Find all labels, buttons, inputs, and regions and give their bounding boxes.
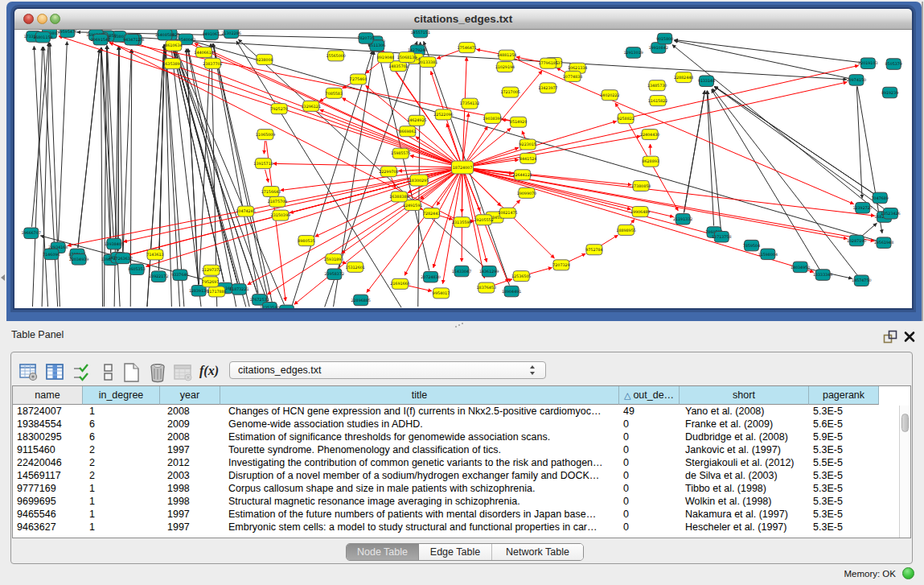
graph-node[interactable]: 8628893 (642, 156, 659, 167)
graph-node[interactable]: 7275460 (350, 74, 367, 84)
graph-node[interactable]: 15931893 (324, 253, 343, 264)
cell-name[interactable]: 18724007 (13, 406, 83, 418)
scrollbar-thumb[interactable] (901, 414, 909, 432)
function-builder-icon[interactable]: f(x) (199, 364, 219, 378)
cell-in_degree[interactable]: 2 (83, 457, 160, 470)
cell-in_degree[interactable]: 1 (83, 509, 160, 521)
cell-short[interactable]: Jankovic et al. (1997) (680, 444, 809, 457)
cell-short[interactable]: Nakamura et al. (1997) (680, 509, 809, 521)
graph-node[interactable]: 7047689 (872, 192, 889, 204)
float-panel-icon[interactable] (883, 330, 897, 344)
cell-year[interactable]: 1997 (160, 509, 220, 521)
graph-node[interactable]: 10774838 (563, 71, 582, 81)
graph-node[interactable]: 22019103 (858, 58, 877, 69)
table-row[interactable]: 1830029562008Estimation of significance … (13, 431, 879, 444)
cell-year[interactable]: 2003 (160, 470, 220, 483)
cell-name[interactable]: 9699695 (13, 496, 83, 509)
cell-out[interactable]: 0 (619, 470, 680, 483)
graph-node[interactable]: 14881254 (497, 50, 516, 60)
graph-node[interactable]: 20691541 (91, 34, 110, 45)
graph-node[interactable]: 8605353 (128, 264, 145, 275)
cell-year[interactable]: 2008 (160, 431, 220, 444)
cell-short[interactable]: Franke et al. (2009) (680, 418, 809, 431)
graph-node[interactable]: 23922172 (149, 271, 168, 282)
cell-pagerank[interactable]: 5.3E-5 (809, 509, 879, 521)
cell-title[interactable]: Structural magnetic resonance image aver… (220, 496, 619, 509)
cell-year[interactable]: 1997 (160, 521, 220, 534)
graph-node[interactable]: 10474245 (236, 206, 255, 216)
new-table-icon[interactable] (121, 362, 142, 383)
graph-node[interactable]: 12353580 (260, 302, 279, 308)
table-row[interactable]: 977716911998Corpus callosum shape and si… (13, 483, 879, 496)
graph-node[interactable]: 13485730 (647, 80, 667, 91)
panel-collapse-arrow[interactable] (1, 274, 5, 281)
graph-node[interactable]: 7207329 (552, 260, 569, 270)
graph-node[interactable]: 15985575 (391, 148, 410, 159)
cell-out[interactable]: 49 (619, 406, 680, 418)
cell-short[interactable]: Tibbo et al. (1998) (680, 483, 809, 496)
cell-pagerank[interactable]: 5.6E-5 (809, 418, 879, 431)
graph-node[interactable]: 23135599 (452, 217, 471, 228)
graph-node[interactable]: 8669861 (399, 126, 416, 137)
graph-node[interactable]: 22644121 (512, 170, 532, 180)
splitter-handle[interactable] (455, 322, 463, 328)
graph-node[interactable]: 22896885 (351, 295, 370, 306)
graph-node[interactable]: 14406614 (194, 47, 213, 57)
cell-in_degree[interactable]: 1 (83, 521, 160, 534)
cell-title[interactable]: Embryonic stem cells: a model to study s… (220, 521, 619, 534)
graph-node[interactable]: 11615822 (648, 96, 667, 106)
tab-network-table[interactable]: Network Table (492, 544, 583, 560)
cell-name[interactable]: 22420046 (13, 457, 83, 470)
graph-node[interactable]: 21691666 (390, 278, 409, 289)
column-header-name[interactable]: name (13, 386, 83, 405)
graph-node[interactable]: 20133381 (418, 57, 437, 68)
graph-node[interactable]: 10287190 (847, 235, 866, 246)
cell-short[interactable]: Wolkin et al. (1998) (680, 496, 809, 509)
cell-year[interactable]: 2008 (160, 406, 220, 418)
graph-node[interactable]: 7146096 (43, 249, 60, 260)
table-row[interactable]: 969969511998Structural magnetic resonanc… (13, 496, 879, 509)
graph-node[interactable]: 21302286 (221, 30, 240, 39)
graph-node[interactable]: 8441524 (519, 153, 536, 163)
graph-node[interactable]: 17156643 (261, 187, 281, 197)
graph-node[interactable]: 9258822 (617, 113, 634, 124)
table-scrollbar[interactable] (899, 406, 910, 538)
graph-node[interactable]: 7282443 (423, 208, 440, 219)
cell-in_degree[interactable]: 2 (83, 470, 160, 483)
cell-out[interactable]: 0 (619, 431, 680, 444)
graph-node[interactable]: 21875709 (268, 196, 287, 207)
cell-pagerank[interactable]: 5.5E-5 (809, 457, 879, 470)
graph-node[interactable]: 19595476 (58, 30, 77, 37)
cell-short[interactable]: Stergiakouli et al. (2012) (680, 457, 809, 470)
graph-node[interactable]: 18300295 (409, 175, 429, 186)
cell-name[interactable]: 14569117 (13, 470, 83, 483)
cell-in_degree[interactable]: 6 (83, 418, 160, 431)
cell-out[interactable]: 0 (619, 457, 680, 470)
graph-node[interactable]: 22299708 (379, 167, 398, 177)
cell-pagerank[interactable]: 5.3E-5 (809, 496, 879, 509)
graph-node[interactable]: 12392727 (852, 203, 872, 214)
graph-node[interactable]: 19561948 (874, 237, 893, 249)
graph-node[interactable]: 12536505 (511, 271, 531, 282)
column-header-pagerank[interactable]: pagerank (809, 386, 879, 405)
graph-node[interactable]: 19906489 (630, 207, 650, 217)
graph-node[interactable]: 13423977 (538, 83, 557, 93)
graph-node[interactable]: 15565000 (326, 51, 345, 61)
graph-node[interactable]: 22522096 (433, 109, 453, 120)
graph-node[interactable]: 23958372 (325, 269, 344, 280)
graph-node[interactable]: 15433047 (452, 266, 471, 277)
graph-node[interactable]: 18904491 (502, 286, 521, 297)
cell-title[interactable]: Disruption of a novel member of a sodium… (220, 470, 619, 483)
table-row[interactable]: 1456911722003Disruption of a novel membe… (13, 470, 879, 483)
graph-node[interactable]: 11029194 (495, 62, 515, 72)
graph-node[interactable]: 17546471 (458, 43, 477, 53)
cell-year[interactable]: 2009 (160, 418, 220, 431)
cell-year[interactable]: 2012 (160, 457, 220, 470)
memory-indicator[interactable] (902, 567, 914, 579)
graph-node[interactable]: 17796185 (538, 58, 557, 68)
graph-node[interactable]: 8919048 (377, 52, 394, 63)
graph-node[interactable]: 9337646 (171, 270, 188, 281)
cell-in_degree[interactable]: 1 (83, 406, 160, 418)
cell-year[interactable]: 1997 (160, 444, 220, 457)
cell-title[interactable]: Tourette syndrome. Phenomenology and cla… (220, 444, 619, 457)
